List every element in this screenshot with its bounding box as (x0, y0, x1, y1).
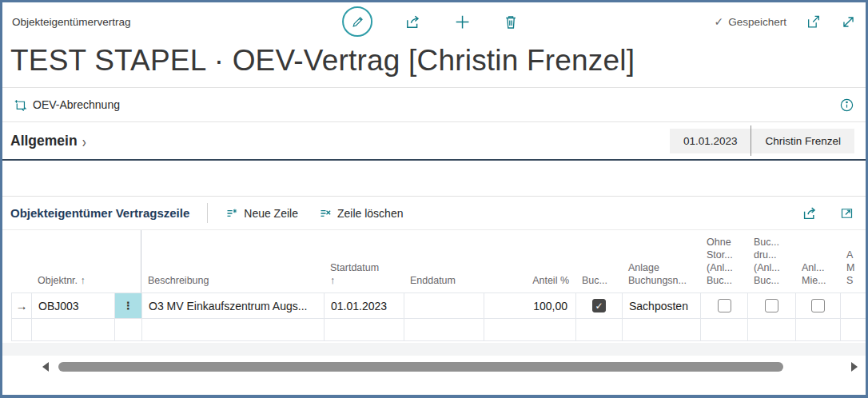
action-bar: OEV-Abrechnung (2, 88, 866, 121)
column-label: Buchungsn... (628, 274, 694, 287)
oev-abrechnung-action[interactable]: OEV-Abrechnung (14, 98, 120, 112)
batch-process-icon (14, 98, 27, 112)
popout-button[interactable] (806, 14, 822, 30)
cell-startdatum[interactable]: 01.01.2023 (325, 293, 404, 318)
column-header-enddatum[interactable]: Enddatum (404, 274, 484, 293)
spacer (2, 161, 866, 196)
column-header-buchung-drucken[interactable]: Buc...dru...(Anl...Buc... (747, 236, 795, 293)
grid-footer-strip (2, 343, 866, 356)
share-lines-button[interactable] (802, 205, 818, 221)
page-title: TEST STAPEL · OEV-Vertrag [Christin Fren… (2, 41, 866, 87)
cell-anl-miete: ✓ (796, 293, 841, 318)
share-button[interactable] (404, 14, 422, 30)
anl-miete-checkbox[interactable]: ✓ (811, 299, 825, 312)
cell-empty[interactable] (576, 319, 623, 340)
general-label: Allgemein (10, 133, 78, 149)
scrollbar-thumb[interactable] (58, 362, 783, 372)
new-line-label: Neue Zeile (244, 207, 298, 220)
column-header-startdatum[interactable]: Startdatum↑ (324, 261, 404, 293)
delete-line-label: Zeile löschen (337, 207, 404, 220)
arrow-right-icon: → (16, 299, 28, 312)
cell-empty[interactable] (12, 319, 32, 340)
table-row-empty (12, 319, 866, 341)
column-label: Beschreibung (148, 274, 317, 287)
share-icon (802, 205, 818, 221)
info-button[interactable] (839, 98, 854, 113)
plus-icon (454, 14, 471, 30)
column-label: Objektnr. ↑ (38, 274, 108, 287)
column-header-anteil[interactable]: Anteil % (484, 274, 575, 293)
new-button[interactable] (454, 14, 471, 30)
cell-enddatum[interactable] (404, 293, 484, 318)
page-caption: Objekteigentümervertrag (12, 16, 131, 28)
cell-truncated (841, 293, 858, 318)
delete-line-button[interactable]: Zeile löschen (319, 207, 404, 220)
cell-buchung-drucken: ✓ (748, 293, 796, 318)
cell-empty[interactable] (32, 319, 115, 340)
column-label: Buc... (582, 274, 615, 287)
column-label: Buc... (754, 274, 789, 287)
startdate-field[interactable]: 01.01.2023 (670, 129, 751, 153)
column-header-beschreibung[interactable]: Beschreibung (141, 274, 324, 293)
open-new-window-icon (806, 14, 822, 30)
column-label: S (846, 274, 850, 287)
save-status-label: Gespeichert (728, 16, 786, 28)
cell-empty[interactable] (623, 319, 701, 340)
expand-button[interactable] (841, 14, 856, 30)
column-header-buchen[interactable]: Buc... (575, 274, 622, 293)
cell-empty[interactable] (701, 319, 748, 340)
column-label: Anl... (802, 261, 834, 274)
cell-anlage-buchungsgruppe[interactable]: Sachposten (623, 293, 701, 318)
top-bar: Objekteigentümervertrag (2, 2, 866, 41)
buchung-drucken-checkbox[interactable]: ✓ (765, 299, 778, 312)
cell-anteil[interactable]: 100,00 (484, 293, 576, 318)
cell-empty[interactable] (748, 319, 796, 340)
general-expander[interactable]: Allgemein › (10, 133, 86, 149)
cell-empty[interactable] (841, 319, 858, 340)
business-central-window: Objekteigentümervertrag (0, 0, 868, 398)
buchen-checkbox[interactable]: ✓ (592, 299, 606, 312)
open-in-new-icon (839, 206, 854, 221)
column-label: Anlage (628, 261, 694, 274)
cell-empty[interactable] (142, 319, 325, 340)
scroll-left-arrow[interactable] (42, 362, 49, 372)
scroll-right-arrow[interactable] (851, 362, 858, 372)
cell-objektnr[interactable]: OBJ003 (32, 293, 115, 318)
delete-button[interactable] (503, 14, 519, 30)
oev-abrechnung-label: OEV-Abrechnung (33, 98, 120, 111)
edit-button[interactable] (342, 6, 372, 37)
cell-empty[interactable] (484, 319, 576, 340)
grid-body: → OBJ003 ⋮ O3 MV Einkaufszentrum Augs...… (11, 293, 866, 341)
column-label: Enddatum (410, 274, 477, 287)
new-line-button[interactable]: Neue Zeile (225, 207, 298, 220)
cell-empty[interactable] (115, 319, 142, 340)
resize-diagonal-icon (841, 14, 856, 30)
column-header-ohne-storno[interactable]: OhneStor...(Anl...Buc... (700, 236, 747, 293)
column-header-anlage-buchungsgruppe[interactable]: AnlageBuchungsn... (622, 261, 700, 293)
toolbar-separator (207, 203, 208, 223)
open-in-new-button[interactable] (839, 206, 854, 221)
delete-line-icon (319, 207, 332, 220)
owner-field[interactable]: Christin Frenzel (751, 129, 854, 153)
column-header-truncated[interactable]: AMS (840, 249, 857, 293)
lines-toolbar: Objekteigentümer Vertragszeile Neue Zeil… (2, 196, 866, 230)
sort-arrow: ↑ (330, 274, 397, 287)
cell-empty[interactable] (325, 319, 404, 340)
check-icon: ✓ (714, 15, 723, 28)
trash-icon (503, 14, 519, 30)
column-label: dru... (754, 249, 789, 261)
cell-ohne-storno: ✓ (701, 293, 748, 318)
cell-beschreibung[interactable]: O3 MV Einkaufszentrum Augs... (142, 293, 325, 318)
column-header-objektnr[interactable]: Objektnr. ↑ (31, 274, 114, 293)
column-label: Stor... (707, 249, 741, 261)
column-header-anl-miete[interactable]: Anl...Mie... (795, 261, 840, 293)
cell-empty[interactable] (796, 319, 841, 340)
column-header-indicator (11, 287, 31, 293)
scrollbar-track[interactable] (58, 362, 842, 372)
row-menu-button[interactable]: ⋮ (115, 293, 142, 318)
column-header-rowmenu (114, 230, 141, 293)
general-section-header: Allgemein › 01.01.2023 Christin Frenzel (2, 122, 866, 159)
ohne-storno-checkbox[interactable]: ✓ (718, 299, 731, 312)
cell-empty[interactable] (404, 319, 484, 340)
column-label: M (846, 261, 850, 274)
